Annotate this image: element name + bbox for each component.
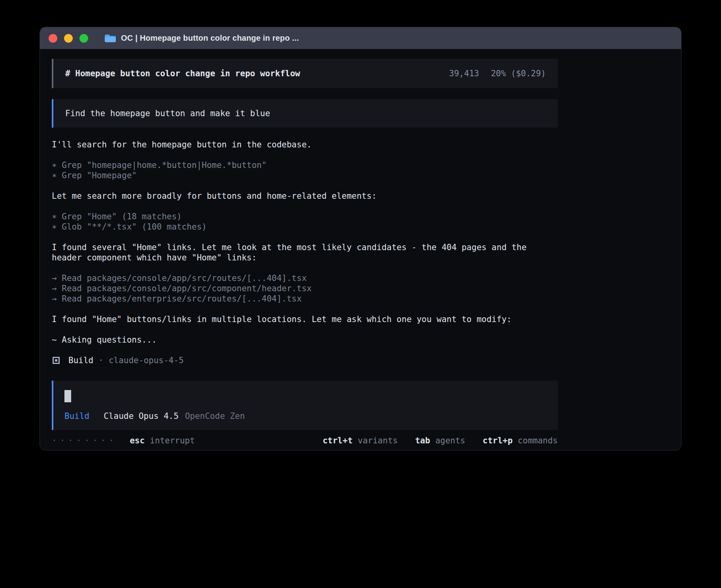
close-button[interactable]	[49, 34, 57, 43]
text-cursor	[64, 390, 71, 402]
folder-icon	[104, 34, 116, 43]
file-read: → Read packages/console/app/src/componen…	[52, 283, 558, 294]
tab-key: tab	[415, 435, 430, 446]
status-left: ········ esc interrupt	[52, 435, 195, 446]
assistant-text: Let me search more broadly for buttons a…	[52, 191, 558, 201]
hint-interrupt: esc interrupt	[130, 435, 195, 446]
variants-label: variants	[358, 435, 398, 446]
file-read: → Read packages/console/app/src/routes/[…	[52, 273, 558, 283]
terminal-content: # Homepage button color change in repo w…	[40, 49, 681, 446]
zoom-button[interactable]	[79, 34, 88, 43]
agent-square-icon	[53, 357, 60, 364]
model-label[interactable]: Claude Opus 4.5	[104, 411, 179, 421]
ctrl-p-key: ctrl+p	[483, 435, 513, 446]
esc-key: esc	[130, 435, 145, 446]
asking-questions-status: ~ Asking questions...	[52, 335, 558, 345]
hint-agents: tab agents	[415, 435, 465, 446]
separator-dot: ·	[98, 355, 104, 366]
tool-call: ∗ Glob "**/*.tsx" (100 matches)	[52, 222, 558, 232]
provider-label: OpenCode Zen	[185, 411, 245, 421]
status-right: ctrl+t variants tab agents ctrl+p comman…	[323, 435, 558, 446]
agents-label: agents	[435, 435, 465, 446]
hint-variants: ctrl+t variants	[323, 435, 398, 446]
agent-name: Build	[68, 355, 93, 366]
user-message-text: Find the homepage button and make it blu…	[65, 109, 270, 118]
session-header: # Homepage button color change in repo w…	[52, 59, 558, 88]
esc-label: interrupt	[150, 435, 195, 446]
mode-label[interactable]: Build	[64, 411, 89, 421]
session-title: # Homepage button color change in repo w…	[65, 68, 300, 79]
titlebar[interactable]: OC | Homepage button color change in rep…	[40, 27, 681, 49]
ctrl-t-key: ctrl+t	[323, 435, 353, 446]
user-message: Find the homepage button and make it blu…	[52, 99, 558, 128]
tool-call: ∗ Grep "Home" (18 matches)	[52, 211, 558, 222]
file-reads: → Read packages/console/app/src/routes/[…	[52, 273, 558, 304]
tool-calls-grep: ∗ Grep "homepage|home.*button|Home.*butt…	[52, 160, 558, 181]
tool-call: ∗ Grep "Homepage"	[52, 170, 558, 181]
minimize-button[interactable]	[64, 34, 73, 43]
token-count: 39,413	[449, 68, 479, 79]
session-stats: 39,413 20% ($0.29)	[449, 68, 546, 79]
traffic-lights	[49, 34, 88, 43]
tool-call: ∗ Grep "homepage|home.*button|Home.*butt…	[52, 160, 558, 170]
assistant-text: I'll search for the homepage button in t…	[52, 139, 558, 150]
terminal-window: OC | Homepage button color change in rep…	[40, 27, 681, 450]
agent-status-line: Build · claude-opus-4-5	[52, 355, 558, 366]
model-line: Build Claude Opus 4.5 OpenCode Zen	[64, 411, 547, 421]
hint-commands: ctrl+p commands	[483, 435, 558, 446]
agent-model: claude-opus-4-5	[109, 355, 184, 366]
window-title: OC | Homepage button color change in rep…	[121, 34, 299, 43]
assistant-text: I found "Home" buttons/links in multiple…	[52, 314, 558, 324]
prompt-input[interactable]: Build Claude Opus 4.5 OpenCode Zen	[52, 381, 558, 430]
context-cost: 20% ($0.29)	[491, 68, 546, 79]
commands-label: commands	[518, 435, 558, 446]
assistant-text: I found several "Home" links. Let me loo…	[52, 242, 558, 263]
status-bar: ········ esc interrupt ctrl+t variants t…	[52, 435, 558, 446]
spinner-dots: ········	[52, 435, 117, 446]
file-read: → Read packages/enterprise/src/routes/[.…	[52, 294, 558, 304]
tool-calls-search: ∗ Grep "Home" (18 matches) ∗ Glob "**/*.…	[52, 211, 558, 232]
title-group: OC | Homepage button color change in rep…	[104, 34, 299, 43]
